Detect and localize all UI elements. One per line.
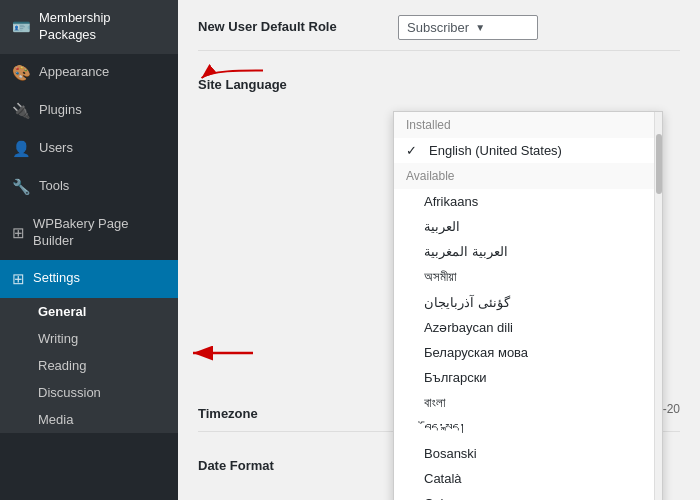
available-section-label: Available bbox=[394, 163, 662, 189]
dropdown-item-cebuano[interactable]: Cebuano bbox=[394, 491, 662, 500]
settings-icon: ⊞ bbox=[12, 270, 25, 288]
installed-section-label: Installed bbox=[394, 112, 662, 138]
submenu-item-reading[interactable]: Reading bbox=[0, 352, 178, 379]
dropdown-item-bosnian[interactable]: Bosanski bbox=[394, 441, 662, 466]
appearance-icon: 🎨 bbox=[12, 64, 31, 82]
sidebar-item-users[interactable]: 👤 Users bbox=[0, 130, 178, 168]
new-user-role-row: New User Default Role Subscriber ▼ bbox=[198, 15, 680, 51]
sidebar-item-tools[interactable]: 🔧 Tools bbox=[0, 168, 178, 206]
dropdown-item-catalan[interactable]: Català bbox=[394, 466, 662, 491]
sidebar-item-label-plugins: Plugins bbox=[39, 102, 166, 119]
submenu-item-discussion[interactable]: Discussion bbox=[0, 379, 178, 406]
sidebar: 🪪 Membership Packages 🎨 Appearance 🔌 Plu… bbox=[0, 0, 178, 500]
submenu-item-media[interactable]: Media bbox=[0, 406, 178, 433]
plugins-icon: 🔌 bbox=[12, 102, 31, 120]
dropdown-scrollbar[interactable] bbox=[654, 112, 662, 500]
new-user-role-label: New User Default Role bbox=[198, 15, 398, 34]
wpbakery-icon: ⊞ bbox=[12, 224, 25, 242]
main-content: New User Default Role Subscriber ▼ Site … bbox=[178, 0, 700, 500]
timezone-label: Timezone bbox=[198, 402, 398, 421]
sidebar-item-appearance[interactable]: 🎨 Appearance bbox=[0, 54, 178, 92]
users-icon: 👤 bbox=[12, 140, 31, 158]
sidebar-item-wpbakery[interactable]: ⊞ WPBakery Page Builder bbox=[0, 206, 178, 260]
select-arrow-icon: ▼ bbox=[475, 22, 485, 33]
sidebar-item-label-settings: Settings bbox=[33, 270, 166, 287]
dropdown-item-azerbaijani[interactable]: Azərbaycan dili bbox=[394, 315, 662, 340]
submenu-item-writing[interactable]: Writing bbox=[0, 325, 178, 352]
settings-submenu: General Writing Reading Discussion Media bbox=[0, 298, 178, 433]
date-format-label: Date Format bbox=[198, 454, 398, 473]
dropdown-item-arabic-ma[interactable]: العربية المغربية bbox=[394, 239, 662, 264]
new-user-role-control: Subscriber ▼ bbox=[398, 15, 680, 40]
site-language-label: Site Language bbox=[198, 73, 398, 92]
dropdown-item-assamese[interactable]: অসমীয়া bbox=[394, 264, 662, 290]
dropdown-item-english-us[interactable]: English (United States) bbox=[394, 138, 662, 163]
sidebar-item-label-appearance: Appearance bbox=[39, 64, 166, 81]
dropdown-item-bengali[interactable]: বাংলা bbox=[394, 390, 662, 416]
dropdown-item-afrikaans[interactable]: Afrikaans bbox=[394, 189, 662, 214]
dropdown-item-arabic[interactable]: العربية bbox=[394, 214, 662, 239]
scrollbar-thumb bbox=[656, 134, 662, 194]
tools-icon: 🔧 bbox=[12, 178, 31, 196]
membership-packages-icon: 🪪 bbox=[12, 18, 31, 36]
new-user-role-value: Subscriber bbox=[407, 20, 469, 35]
sidebar-item-label: Membership Packages bbox=[39, 10, 166, 44]
sidebar-item-label-wpbakery: WPBakery Page Builder bbox=[33, 216, 166, 250]
submenu-item-general[interactable]: General bbox=[0, 298, 178, 325]
dropdown-item-label: English (United States) bbox=[429, 143, 562, 158]
site-language-row: Site Language Installed English (United … bbox=[198, 73, 680, 92]
site-language-dropdown[interactable]: Installed English (United States) Availa… bbox=[393, 111, 663, 500]
dropdown-item-bulgarian[interactable]: Български bbox=[394, 365, 662, 390]
sidebar-item-label-tools: Tools bbox=[39, 178, 166, 195]
sidebar-item-plugins[interactable]: 🔌 Plugins bbox=[0, 92, 178, 130]
sidebar-item-settings[interactable]: ⊞ Settings bbox=[0, 260, 178, 298]
dropdown-item-azerbaijani-south[interactable]: گؤنئی آذربایجان bbox=[394, 290, 662, 315]
dropdown-item-tibetan[interactable]: བོད་སྐད། bbox=[394, 416, 662, 441]
new-user-role-select[interactable]: Subscriber ▼ bbox=[398, 15, 538, 40]
sidebar-item-label-users: Users bbox=[39, 140, 166, 157]
sidebar-item-membership-packages[interactable]: 🪪 Membership Packages bbox=[0, 0, 178, 54]
dropdown-item-belarusian[interactable]: Беларуская мова bbox=[394, 340, 662, 365]
